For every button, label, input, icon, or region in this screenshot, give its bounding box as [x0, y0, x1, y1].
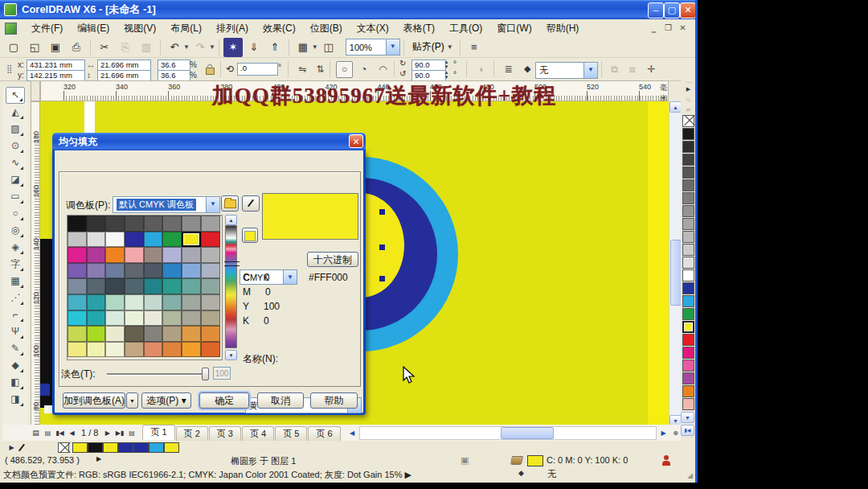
palette-color-cell[interactable] [105, 326, 125, 342]
palette-expand-icon[interactable]: ▮◀ [681, 425, 694, 436]
scroll-right-icon[interactable]: ▶ [657, 427, 669, 439]
direction-cw-icon[interactable]: ↻ [399, 59, 406, 68]
document-color-swatch[interactable] [149, 442, 164, 453]
add-to-palette-dropdown-icon[interactable]: ▼ [126, 392, 138, 409]
welcome-screen-button[interactable]: ◫ [319, 38, 338, 57]
palette-color-cell[interactable] [162, 247, 182, 263]
last-page-button[interactable]: ▶▮ [113, 427, 125, 439]
search-content-button[interactable]: ✶ [223, 38, 243, 57]
palette-color-cell[interactable] [182, 263, 201, 279]
canvas-horizontal-scrollbar[interactable] [359, 426, 657, 440]
dialog-title-bar[interactable]: 均匀填充 ✕ [52, 133, 366, 150]
page-tab-2[interactable]: 页 2 [176, 426, 208, 441]
palette-color-cell[interactable] [125, 263, 144, 279]
snap-to-button[interactable]: 贴齐(P) [412, 40, 444, 54]
palette-color-cell[interactable] [125, 278, 144, 294]
selection-handle[interactable] [379, 244, 385, 250]
palette-color-cell[interactable] [144, 342, 163, 358]
palette-color-cell[interactable] [105, 310, 125, 327]
palette-color-cell[interactable] [162, 326, 182, 342]
mirror-vertical-button[interactable]: ⇅ [312, 61, 329, 78]
cut-button[interactable]: ✂ [95, 38, 114, 57]
chevron-down-icon[interactable]: ▼ [583, 63, 597, 78]
palette-color-cell[interactable] [125, 232, 144, 248]
object-height-field[interactable]: 21.696 mm [97, 70, 151, 81]
direction-ccw-icon[interactable]: ↺ [399, 69, 406, 78]
dialog-close-icon[interactable]: ✕ [349, 134, 363, 148]
x-position-field[interactable]: 431.231 mm [27, 60, 85, 71]
menu-item-T[interactable]: 表格(T) [396, 20, 442, 37]
menu-item-E[interactable]: 编辑(E) [70, 20, 117, 37]
rotation-angle-field[interactable]: .0 [237, 63, 278, 76]
dimension-tool[interactable]: ⋰ [6, 290, 25, 306]
scroll-down-icon[interactable]: ▼ [225, 350, 237, 360]
yellow-strip-shape[interactable] [648, 101, 669, 426]
document-color-swatch[interactable] [118, 442, 133, 453]
palette-color-cell[interactable] [201, 278, 220, 294]
arc-mode-button[interactable]: ◠ [375, 61, 391, 78]
mdi-restore-button[interactable]: ❐ [662, 22, 674, 34]
crop-tool[interactable]: ▨ [6, 121, 25, 138]
user-account-icon[interactable] [662, 461, 670, 466]
palette-color-cell[interactable] [68, 263, 87, 279]
import-button[interactable]: ⇓ [244, 38, 264, 57]
open-button[interactable]: ◱ [25, 38, 44, 57]
menu-item-O[interactable]: 工具(O) [442, 20, 489, 37]
palette-color-cell[interactable] [105, 247, 125, 263]
palette-color-cell[interactable] [87, 326, 106, 342]
palette-color-swatch[interactable] [682, 244, 694, 256]
palette-color-swatch[interactable] [682, 269, 694, 281]
palette-color-swatch[interactable] [682, 141, 694, 153]
close-button[interactable]: ✕ [680, 2, 696, 18]
minimize-button[interactable]: – [648, 2, 664, 18]
pie-mode-button[interactable]: ◔ [355, 61, 372, 78]
wrap-text-button[interactable]: ≣ [500, 61, 517, 78]
palette-color-cell[interactable] [87, 247, 106, 263]
freehand-tool[interactable]: ∿ [6, 154, 25, 171]
palette-color-cell[interactable] [68, 326, 87, 342]
document-color-swatch[interactable] [72, 442, 88, 453]
zoom-tool[interactable]: ⊙ [6, 138, 25, 154]
first-page-button[interactable]: ▮◀ [54, 427, 66, 439]
palette-color-cell[interactable] [68, 247, 87, 263]
zoom-scroll-icon[interactable]: ⊕ [669, 427, 682, 439]
ellipse-tool[interactable]: ○ [6, 205, 25, 222]
scrollbar-thumb[interactable] [670, 240, 682, 306]
palette-color-cell[interactable] [144, 294, 163, 310]
palette-color-cell[interactable] [144, 278, 163, 294]
palette-color-cell[interactable] [68, 294, 87, 310]
palette-spectrum-strip[interactable] [225, 225, 237, 348]
palette-color-swatch[interactable] [682, 385, 694, 397]
scrollbar-thumb[interactable] [501, 427, 554, 439]
start-angle-field[interactable]: 90.0 [411, 60, 446, 71]
shape-tool[interactable]: ◭ [6, 104, 25, 121]
palette-color-swatch[interactable] [682, 154, 694, 166]
add-page-button[interactable]: ▤ [125, 427, 137, 439]
palette-color-cell[interactable] [162, 294, 182, 310]
selection-handle[interactable] [379, 276, 385, 281]
next-page-button[interactable]: ▶ [101, 427, 113, 439]
palette-color-swatch[interactable] [682, 192, 694, 204]
palette-color-cell[interactable] [105, 216, 125, 232]
palette-color-cell[interactable] [162, 342, 182, 358]
y-position-field[interactable]: 142.215 mm [27, 70, 85, 81]
document-color-swatch[interactable] [133, 442, 149, 453]
palette-color-cell[interactable] [105, 278, 125, 294]
palette-color-cell[interactable] [68, 278, 87, 294]
palette-drag-handle[interactable]: ⋯ [681, 80, 696, 86]
canvas-vertical-scrollbar[interactable]: ▲ ▼ [669, 101, 681, 426]
spinner-icon[interactable]: ▲▼ [443, 70, 450, 80]
basic-shapes-tool[interactable]: ◈ [6, 239, 25, 256]
menu-item-L[interactable]: 布局(L) [163, 20, 209, 37]
palette-color-cell[interactable] [125, 326, 144, 342]
palette-color-swatch[interactable] [682, 179, 694, 191]
palette-color-cell[interactable] [125, 216, 144, 232]
interactive-fill-tool[interactable]: ◨ [6, 391, 25, 408]
palette-color-swatch[interactable] [682, 128, 694, 140]
chevron-down-icon[interactable]: ▼ [386, 39, 399, 55]
palette-color-swatch[interactable] [682, 218, 694, 230]
palette-color-swatch[interactable] [682, 231, 694, 243]
menu-item-V[interactable]: 视图(V) [117, 20, 163, 37]
palette-color-cell[interactable] [201, 216, 220, 232]
page-tab-3[interactable]: 页 3 [209, 426, 241, 441]
